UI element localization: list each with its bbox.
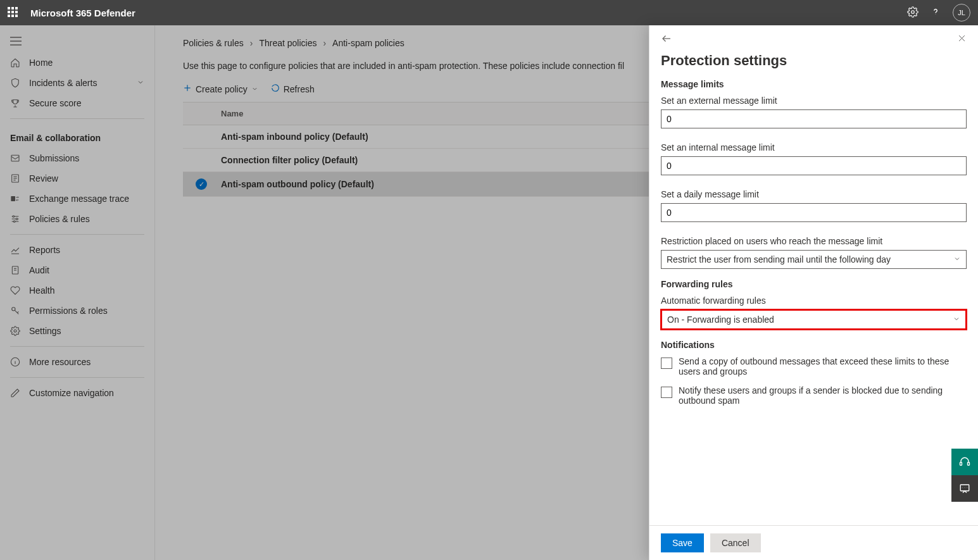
protection-settings-panel: Protection settings Message limits Set a… (649, 25, 978, 560)
chevron-down-icon (953, 314, 960, 325)
feedback-button[interactable] (951, 475, 978, 502)
auto-forward-label: Automatic forwarding rules (661, 296, 967, 306)
select-value: Restrict the user from sending mail unti… (667, 254, 891, 264)
checkbox-label: Send a copy of outbound messages that ex… (679, 356, 967, 376)
cancel-button[interactable]: Cancel (710, 533, 761, 552)
panel-title: Protection settings (649, 50, 978, 78)
svg-point-0 (912, 10, 915, 13)
checkbox-notify-blocked[interactable]: Notify these users and groups if a sende… (661, 385, 967, 406)
back-button[interactable] (661, 33, 672, 46)
svg-rect-32 (968, 463, 970, 466)
headset-support-button[interactable] (951, 449, 978, 475)
auto-forwarding-select[interactable]: On - Forwarding is enabled (661, 309, 967, 330)
checkbox-label: Notify these users and groups if a sende… (679, 385, 967, 406)
checkbox-send-copy[interactable]: Send a copy of outbound messages that ex… (661, 356, 967, 376)
checkbox-icon[interactable] (661, 387, 672, 398)
daily-limit-input[interactable] (661, 203, 967, 222)
restriction-label: Restriction placed on users who reach th… (661, 236, 967, 246)
svg-rect-31 (960, 463, 962, 466)
internal-limit-input[interactable] (661, 156, 967, 175)
section-message-limits: Message limits (661, 79, 967, 89)
external-limit-label: Set an external message limit (661, 96, 967, 106)
restriction-select[interactable]: Restrict the user from sending mail unti… (661, 250, 967, 269)
help-icon[interactable] (930, 6, 941, 20)
internal-limit-label: Set an internal message limit (661, 142, 967, 152)
topbar: Microsoft 365 Defender JL (0, 0, 978, 25)
daily-limit-label: Set a daily message limit (661, 189, 967, 199)
chevron-down-icon (953, 254, 961, 264)
close-button[interactable] (957, 34, 967, 46)
select-value: On - Forwarding is enabled (667, 314, 774, 325)
app-launcher-icon[interactable] (8, 7, 19, 18)
save-button[interactable]: Save (661, 533, 704, 552)
external-limit-input[interactable] (661, 109, 967, 128)
section-forwarding-rules: Forwarding rules (661, 279, 967, 289)
settings-gear-icon[interactable] (907, 6, 918, 20)
user-avatar[interactable]: JL (953, 4, 970, 22)
section-notifications: Notifications (661, 340, 967, 350)
checkbox-icon[interactable] (661, 358, 672, 369)
svg-rect-33 (960, 485, 969, 491)
app-title: Microsoft 365 Defender (30, 8, 135, 18)
